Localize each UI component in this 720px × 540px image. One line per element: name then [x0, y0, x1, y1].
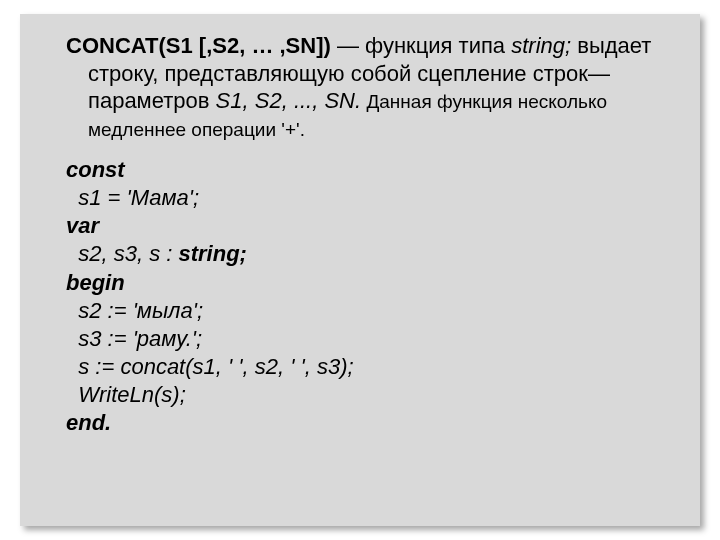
code-line: s1 = 'Мама';: [66, 184, 676, 212]
code-line: s3 := 'раму.';: [66, 325, 676, 353]
code-line: begin: [66, 269, 676, 297]
code-line: WriteLn(s);: [66, 381, 676, 409]
code-line: s2, s3, s : string;: [66, 240, 676, 268]
slide: CONCAT(S1 [,S2, … ,SN]) — функция типа s…: [0, 0, 720, 540]
keyword-const: const: [66, 157, 125, 182]
code-line: const: [66, 156, 676, 184]
keyword-end: end.: [66, 410, 111, 435]
param-list: S1, S2, ..., SN.: [216, 88, 362, 113]
function-signature: CONCAT(S1 [,S2, … ,SN]): [66, 33, 331, 58]
desc-dash: — функция типа: [331, 33, 511, 58]
code-line: s := concat(s1, ' ', s2, ' ', s3);: [66, 353, 676, 381]
function-description: CONCAT(S1 [,S2, … ,SN]) — функция типа s…: [44, 32, 676, 142]
keyword-var: var: [66, 213, 99, 238]
keyword-begin: begin: [66, 270, 125, 295]
keyword-string: string;: [178, 241, 246, 266]
code-line: var: [66, 212, 676, 240]
code-line: s2 := 'мыла';: [66, 297, 676, 325]
code-block: const s1 = 'Мама'; var s2, s3, s : strin…: [44, 156, 676, 438]
content-panel: CONCAT(S1 [,S2, … ,SN]) — функция типа s…: [20, 14, 700, 526]
code-line: end.: [66, 409, 676, 437]
code-text: s2, s3, s :: [66, 241, 178, 266]
return-type: string;: [511, 33, 571, 58]
